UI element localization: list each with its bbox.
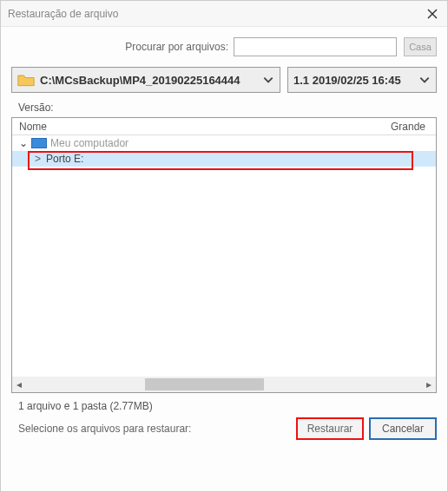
file-restore-dialog: Restauração de arquivo Procurar por arqu… bbox=[0, 0, 448, 492]
footer-hint: Selecione os arquivos para restaurar: bbox=[18, 423, 291, 435]
folder-icon bbox=[17, 72, 35, 88]
column-grande[interactable]: Grande bbox=[391, 121, 436, 133]
monitor-icon bbox=[31, 138, 47, 148]
search-row: Procurar por arquivos: Casa bbox=[1, 27, 447, 62]
selectors-row: C:\MCsBackup\MP4_20190225164444 1.1 2019… bbox=[1, 62, 447, 102]
horizontal-scrollbar[interactable]: ◂ ▸ bbox=[12, 377, 436, 392]
titlebar: Restauração de arquivo bbox=[1, 1, 447, 27]
tree-node-label: Porto E: bbox=[46, 153, 83, 165]
search-input[interactable] bbox=[234, 37, 397, 56]
tree-node-porto-e[interactable]: > Porto E: bbox=[12, 151, 436, 167]
footer: 1 arquivo e 1 pasta (2.77MB) Selecione o… bbox=[1, 393, 447, 491]
close-button[interactable] bbox=[423, 4, 442, 23]
tree-header-row: Nome Grande bbox=[12, 118, 436, 135]
close-icon bbox=[427, 9, 438, 19]
backup-path-text: C:\MCsBackup\MP4_20190225164444 bbox=[40, 74, 259, 87]
dialog-title: Restauração de arquivo bbox=[8, 8, 423, 20]
chevron-down-icon: ⌄ bbox=[19, 137, 28, 149]
footer-actions: Selecione os arquivos para restaurar: Re… bbox=[18, 417, 437, 440]
scroll-right-icon[interactable]: ▸ bbox=[422, 377, 436, 391]
tree-node-label: Meu computador bbox=[50, 137, 128, 149]
file-tree: Nome Grande ⌄ Meu computador > Porto E: … bbox=[11, 117, 437, 393]
cancel-button[interactable]: Cancelar bbox=[369, 417, 437, 440]
scroll-left-icon[interactable]: ◂ bbox=[12, 377, 26, 391]
selection-status: 1 arquivo e 1 pasta (2.77MB) bbox=[18, 400, 437, 412]
backup-version-text: 1.1 2019/02/25 16:45 bbox=[293, 74, 415, 87]
casa-button[interactable]: Casa bbox=[404, 37, 437, 56]
scroll-thumb[interactable] bbox=[145, 378, 264, 390]
backup-version-dropdown[interactable]: 1.1 2019/02/25 16:45 bbox=[287, 67, 437, 93]
backup-path-dropdown[interactable]: C:\MCsBackup\MP4_20190225164444 bbox=[11, 67, 280, 93]
tree-node-my-computer[interactable]: ⌄ Meu computador bbox=[12, 135, 436, 151]
restore-button[interactable]: Restaurar bbox=[296, 417, 364, 440]
chevron-down-icon bbox=[418, 74, 431, 86]
column-nome[interactable]: Nome bbox=[12, 121, 391, 133]
scroll-track[interactable] bbox=[26, 377, 422, 391]
tree-content: ⌄ Meu computador > Porto E: bbox=[12, 135, 436, 377]
search-label: Procurar por arquivos: bbox=[125, 41, 228, 53]
version-label: Versão: bbox=[1, 102, 447, 117]
chevron-down-icon bbox=[262, 74, 274, 86]
chevron-right-icon: > bbox=[35, 153, 41, 165]
